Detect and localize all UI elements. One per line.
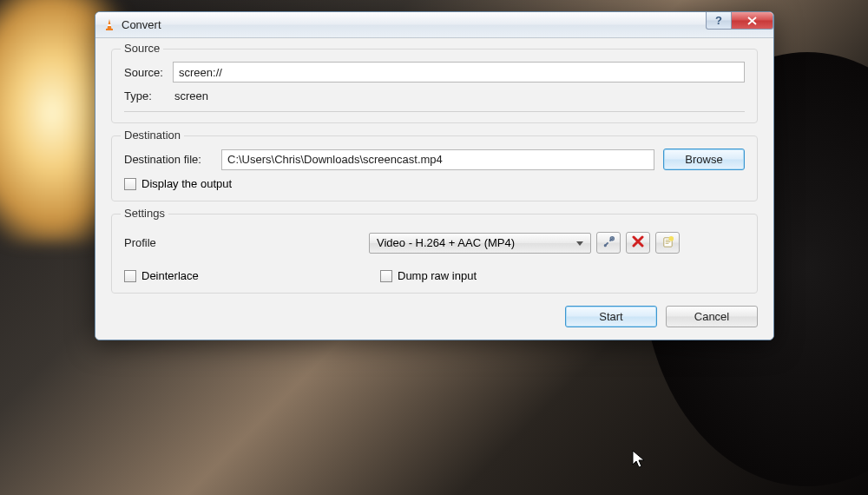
- destination-file-label: Destination file:: [124, 153, 221, 166]
- destination-file-input[interactable]: [221, 149, 654, 170]
- window-title: Convert: [122, 18, 161, 31]
- vlc-cone-icon: [102, 18, 116, 32]
- profile-value: Video - H.264 + AAC (MP4): [377, 236, 515, 249]
- display-output-checkbox[interactable]: Display the output: [124, 177, 232, 190]
- new-profile-icon: [661, 235, 674, 251]
- cancel-button[interactable]: Cancel: [666, 306, 758, 327]
- source-group: Source Source: Type: screen: [111, 49, 758, 123]
- convert-dialog: Convert ? Source Source: Type:: [95, 11, 774, 340]
- destination-group-label: Destination: [121, 129, 184, 142]
- source-label: Source:: [124, 66, 173, 79]
- help-icon: ?: [715, 14, 722, 27]
- delete-profile-button[interactable]: [626, 232, 650, 254]
- close-icon: [747, 14, 757, 28]
- close-button[interactable]: [732, 12, 773, 30]
- settings-group: Settings Profile Video - H.264 + AAC (MP…: [111, 214, 758, 294]
- edit-profile-button[interactable]: [596, 232, 621, 254]
- deinterlace-checkbox[interactable]: Deinterlace: [124, 269, 199, 282]
- source-input[interactable]: [173, 62, 745, 82]
- svg-rect-0: [106, 29, 113, 30]
- profile-label: Profile: [124, 236, 369, 249]
- mouse-cursor-icon: [632, 450, 648, 471]
- checkbox-icon: [380, 270, 392, 282]
- new-profile-button[interactable]: [655, 232, 680, 254]
- display-output-label: Display the output: [141, 177, 232, 190]
- browse-button[interactable]: Browse: [663, 148, 745, 170]
- source-group-label: Source: [121, 42, 163, 55]
- dump-raw-label: Dump raw input: [398, 269, 477, 282]
- checkbox-icon: [124, 270, 136, 282]
- type-value: screen: [173, 89, 208, 102]
- type-label: Type:: [124, 89, 173, 102]
- delete-icon: [632, 235, 644, 250]
- dialog-footer: Start Cancel: [111, 306, 758, 327]
- start-button[interactable]: Start: [565, 306, 657, 327]
- settings-group-label: Settings: [121, 207, 168, 220]
- svg-rect-2: [603, 244, 606, 247]
- chevron-down-icon: [576, 241, 583, 246]
- wrench-icon: [602, 235, 615, 251]
- deinterlace-label: Deinterlace: [141, 269, 199, 282]
- checkbox-icon: [124, 178, 136, 190]
- profile-dropdown[interactable]: Video - H.264 + AAC (MP4): [369, 233, 591, 254]
- destination-group: Destination Destination file: Browse Dis…: [111, 135, 758, 201]
- titlebar[interactable]: Convert ?: [95, 12, 773, 38]
- dump-raw-checkbox[interactable]: Dump raw input: [380, 269, 477, 282]
- help-button[interactable]: ?: [706, 12, 732, 30]
